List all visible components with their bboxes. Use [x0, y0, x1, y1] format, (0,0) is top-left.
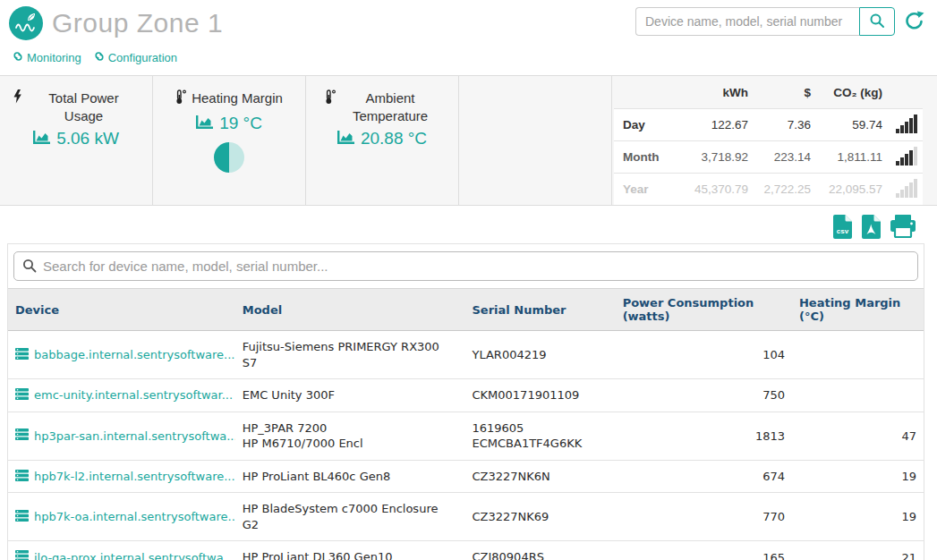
- device-link[interactable]: ilo-qa-prox.internal.sentrysoftwa...: [15, 550, 228, 560]
- device-name: hpb7k-oa.internal.sentrysoftware...: [34, 510, 235, 523]
- stat-empty-cell: [459, 76, 612, 205]
- table-row: hp3par-san.internal.sentrysoftwa... HP_3…: [8, 412, 924, 460]
- link-icon: [94, 51, 105, 64]
- device-power: 1813: [616, 412, 792, 460]
- energy-col-dollars: $: [748, 86, 811, 99]
- device-power: 750: [616, 379, 792, 412]
- device-power: 104: [616, 331, 792, 379]
- signal-bars-icon: [882, 141, 923, 173]
- server-icon: [15, 510, 29, 524]
- nav-monitoring-label: Monitoring: [27, 51, 81, 64]
- stat-total-power: Total Power Usage 5.06 kW: [0, 76, 153, 205]
- print-button[interactable]: [890, 215, 916, 238]
- stats-band: Total Power Usage 5.06 kW Heati: [0, 75, 937, 206]
- energy-col-kwh: kWh: [666, 86, 748, 99]
- device-name: hpb7k-l2.internal.sentrysoftware...: [34, 470, 235, 483]
- server-icon: [15, 470, 29, 484]
- col-header-heating[interactable]: Heating Margin (°C): [792, 289, 924, 331]
- stat-value: 5.06 kW: [56, 129, 119, 148]
- device-model: EMC Unity 300F: [235, 379, 465, 412]
- table-row: ilo-qa-prox.internal.sentrysoftwa... HP …: [8, 541, 924, 560]
- energy-row-year: Year 45,370.79 2,722.25 22,095.57: [614, 173, 923, 205]
- device-model: HP ProLiant BL460c Gen8: [235, 460, 465, 493]
- device-heating: 21: [792, 541, 924, 560]
- energy-summary-table: kWh $ CO₂ (kg) Day 122.67 7.36 59.74 Mon…: [614, 76, 923, 205]
- device-name: emc-unity.internal.sentrysoftwar...: [34, 388, 233, 402]
- stat-label: Total Power Usage: [28, 89, 140, 124]
- device-serial: CKM00171901109: [464, 379, 615, 412]
- search-icon: [22, 259, 37, 276]
- device-name: ilo-qa-prox.internal.sentrysoftwa...: [34, 551, 234, 560]
- device-table-panel: Device Model Serial Number Power Consump…: [7, 243, 924, 560]
- bolt-icon: [13, 89, 22, 108]
- area-chart-icon: [337, 129, 354, 148]
- stat-value: 19 °C: [219, 114, 262, 133]
- energy-col-co2: CO₂ (kg): [811, 86, 882, 99]
- export-toolbar: csv: [0, 206, 937, 243]
- col-header-device[interactable]: Device: [8, 289, 235, 331]
- server-icon: [15, 348, 29, 362]
- refresh-icon: [904, 21, 925, 34]
- device-model: HP_3PAR 7200 HP M6710/7000 Encl: [235, 412, 465, 460]
- nav-configuration-label: Configuration: [108, 51, 177, 64]
- device-table-header-row: Device Model Serial Number Power Consump…: [8, 289, 924, 331]
- signal-bars-icon: [882, 109, 923, 140]
- device-link[interactable]: hpb7k-l2.internal.sentrysoftware...: [15, 470, 228, 484]
- server-icon: [15, 550, 29, 560]
- app-logo-icon: [9, 6, 43, 40]
- pdf-file-icon: [862, 228, 881, 242]
- device-link[interactable]: emc-unity.internal.sentrysoftwar...: [15, 388, 228, 403]
- top-search-group: [635, 7, 895, 36]
- device-name: hp3par-san.internal.sentrysoftwa...: [34, 429, 235, 443]
- device-serial: YLAR004219: [464, 331, 615, 379]
- device-model: HP ProLiant DL360 Gen10: [235, 541, 465, 560]
- stat-label: Ambient Temperature: [341, 89, 439, 124]
- device-heating: [792, 331, 924, 379]
- top-search-input[interactable]: [635, 7, 859, 36]
- table-row: hpb7k-oa.internal.sentrysoftware... HP B…: [8, 493, 924, 541]
- device-link[interactable]: hpb7k-oa.internal.sentrysoftware...: [15, 510, 228, 524]
- server-icon: [15, 388, 29, 403]
- col-header-serial[interactable]: Serial Number: [464, 289, 615, 331]
- csv-file-icon: csv: [833, 228, 852, 242]
- device-heating: 47: [792, 412, 924, 460]
- col-header-power[interactable]: Power Consumption (watts): [616, 289, 792, 331]
- breadcrumb-nav: Monitoring Configuration: [0, 42, 937, 75]
- refresh-button[interactable]: [903, 10, 926, 33]
- signal-bars-icon: [882, 174, 923, 205]
- stat-heating-margin: Heating Margin 19 °C: [153, 76, 306, 205]
- stat-label: Heating Margin: [192, 89, 283, 107]
- device-serial: CZ3227NK6N: [464, 460, 615, 493]
- link-icon: [13, 51, 23, 64]
- area-chart-icon: [33, 129, 50, 148]
- device-model: HP BladeSystem c7000 Enclosure G2: [235, 493, 465, 541]
- stat-value: 20.88 °C: [361, 129, 427, 148]
- export-pdf-button[interactable]: [862, 215, 881, 239]
- svg-text:csv: csv: [837, 226, 849, 234]
- heating-margin-pie-chart: [214, 142, 244, 173]
- col-header-model[interactable]: Model: [235, 289, 465, 331]
- device-link[interactable]: babbage.internal.sentrysoftware....: [15, 348, 228, 362]
- device-power: 674: [616, 460, 792, 493]
- server-icon: [15, 428, 29, 443]
- area-chart-icon: [196, 114, 213, 133]
- nav-link-configuration[interactable]: Configuration: [94, 51, 177, 64]
- device-model: Fujitsu-Siemens PRIMERGY RX300 S7: [235, 331, 465, 379]
- export-csv-button[interactable]: csv: [833, 215, 852, 239]
- thermometer-icon: [325, 89, 336, 109]
- device-heating: [792, 379, 924, 412]
- device-table: Device Model Serial Number Power Consump…: [8, 288, 924, 560]
- nav-link-monitoring[interactable]: Monitoring: [13, 51, 81, 64]
- device-serial: CZJ80904RS: [464, 541, 615, 560]
- printer-icon: [890, 227, 916, 241]
- device-serial: CZ3227NK69: [464, 493, 615, 541]
- device-filter-input[interactable]: [13, 251, 918, 281]
- table-row: babbage.internal.sentrysoftware.... Fuji…: [8, 331, 924, 379]
- device-heating: 19: [792, 460, 924, 493]
- device-link[interactable]: hp3par-san.internal.sentrysoftwa...: [15, 428, 228, 443]
- top-search-button[interactable]: [859, 7, 895, 36]
- table-row: emc-unity.internal.sentrysoftwar... EMC …: [8, 379, 924, 412]
- energy-row-day: Day 122.67 7.36 59.74: [614, 108, 923, 140]
- device-serial: 1619605 ECMCBA1TF4G6KK: [464, 412, 615, 460]
- thermometer-icon: [175, 89, 186, 109]
